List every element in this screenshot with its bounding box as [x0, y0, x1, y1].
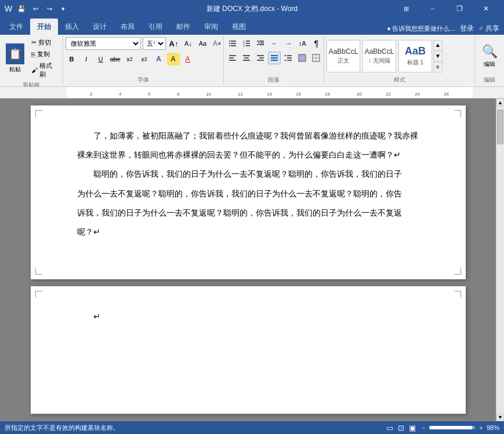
redo-button[interactable]: ↪ — [43, 3, 55, 14]
tab-design[interactable]: 设计 — [86, 19, 114, 35]
document-scroll-area[interactable]: 了，如薄雾，被初阳蒸融了；我留着些什么痕迹呢？我何曾留着像游丝样的痕迹呢？我赤裸… — [0, 99, 496, 421]
view-print-button[interactable]: ▭ — [386, 424, 393, 432]
restore-button[interactable]: ❐ — [446, 0, 473, 17]
svg-rect-24 — [257, 55, 264, 56]
copy-button[interactable]: ⎘ 复制 — [29, 49, 60, 60]
style-no-spacing[interactable]: AaBbCcL ↓ 无间隔 — [362, 40, 396, 72]
styles-scroll-up[interactable]: ▲ — [433, 40, 443, 50]
ruler: 2 4 6 8 10 12 14 16 18 20 22 24 26 — [0, 87, 504, 99]
borders-button[interactable] — [310, 52, 322, 64]
tab-layout[interactable]: 布局 — [114, 19, 142, 35]
page-2-content[interactable]: ↵ — [77, 309, 419, 324]
share-button[interactable]: ♂ 共享 — [478, 24, 499, 34]
scroll-down-button[interactable]: ▼ — [496, 413, 504, 421]
zoom-in-button[interactable]: ＋ — [478, 424, 484, 432]
close-button[interactable]: ✕ — [473, 0, 499, 17]
tab-home[interactable]: 开始 — [30, 19, 58, 35]
minimize-button[interactable]: － — [419, 0, 446, 17]
view-read-button[interactable]: ▣ — [409, 424, 416, 432]
zoom-level[interactable]: 98% — [487, 424, 499, 431]
line-spacing-button[interactable] — [282, 52, 295, 64]
svg-rect-27 — [271, 55, 278, 56]
status-message: 所指定的文字不是有效的构建基块名称。 — [5, 424, 119, 432]
styles-gallery: AaBbCcL 正文 AaBbCcL ↓ 无间隔 AaB 标题 1 — [327, 40, 432, 72]
font-color-button[interactable]: A — [182, 53, 194, 65]
style-normal[interactable]: AaBbCcL 正文 — [327, 40, 360, 72]
scroll-up-button[interactable]: ▲ — [496, 99, 504, 107]
styles-content: AaBbCcL 正文 AaBbCcL ↓ 无间隔 AaB 标题 1 ▲ ▼ ≡ — [327, 37, 472, 75]
svg-rect-32 — [287, 60, 292, 61]
svg-rect-22 — [244, 57, 249, 59]
zoom-out-button[interactable]: － — [420, 424, 427, 432]
scroll-thumb[interactable] — [497, 110, 503, 144]
bold-button[interactable]: B — [66, 53, 78, 65]
justify-button[interactable] — [268, 52, 281, 64]
cut-button[interactable]: ✂ 剪切 — [29, 37, 60, 48]
decrease-indent-button[interactable]: ← — [268, 37, 281, 50]
zoom-slider[interactable] — [429, 426, 476, 429]
highlight-button[interactable]: A — [167, 53, 180, 65]
shading-button[interactable] — [296, 52, 309, 64]
tab-file[interactable]: 文件 — [2, 19, 30, 35]
paste-button[interactable]: 📋 粘贴 — [2, 41, 28, 76]
format-painter-button[interactable]: 🖌 格式刷 — [29, 60, 60, 80]
tab-view[interactable]: 视图 — [225, 19, 253, 35]
decrease-font-button[interactable]: A↓ — [182, 37, 195, 50]
strikethrough-button[interactable]: abc — [109, 53, 122, 65]
style-heading1-name: 标题 1 — [407, 59, 423, 67]
show-marks-button[interactable]: ¶ — [310, 37, 322, 50]
svg-rect-7 — [246, 41, 250, 42]
view-web-button[interactable]: ⊡ — [398, 424, 404, 432]
paragraph-group: 1.2.3. ← → ↕A ¶ — [224, 36, 324, 85]
document-area: 了，如薄雾，被初阳蒸融了；我留着些什么痕迹呢？我何曾留着像游丝样的痕迹呢？我赤裸… — [0, 99, 504, 421]
clear-format-button[interactable]: A✕ — [211, 37, 224, 50]
save-button[interactable]: 💾 — [16, 3, 27, 14]
scroll-track[interactable] — [496, 107, 504, 413]
ruler-inner: 2 4 6 8 10 12 14 16 18 20 22 24 26 — [67, 87, 473, 98]
page-1-content[interactable]: 了，如薄雾，被初阳蒸融了；我留着些什么痕迹呢？我何曾留着像游丝样的痕迹呢？我赤裸… — [77, 129, 419, 239]
tab-references[interactable]: 引用 — [142, 19, 169, 35]
titlebar: W 💾 ↩ ↪ ▾ 新建 DOCX 文档.docx - Word ⊞ － ❐ ✕ — [0, 0, 504, 17]
increase-font-button[interactable]: A↑ — [168, 37, 180, 50]
text-effects-button[interactable]: A — [153, 53, 165, 65]
svg-rect-11 — [246, 45, 250, 46]
font-name-selector[interactable]: 微软雅黑 — [66, 37, 141, 50]
align-right-button[interactable] — [254, 52, 267, 64]
qa-more-button[interactable]: ▾ — [57, 3, 69, 14]
cut-label: 剪切 — [38, 38, 51, 47]
bullets-button[interactable] — [226, 37, 239, 50]
increase-indent-button[interactable]: → — [282, 37, 295, 50]
font-size-selector[interactable]: 五号 — [143, 37, 166, 50]
italic-button[interactable]: I — [80, 53, 93, 65]
para-row-2 — [226, 52, 322, 64]
align-left-button[interactable] — [226, 52, 239, 64]
change-case-button[interactable]: Aa — [197, 37, 209, 50]
sort-button[interactable]: ↕A — [296, 37, 309, 50]
multilevel-list-button[interactable] — [254, 37, 267, 50]
ribbon-tabs: 文件 开始 插入 设计 布局 引用 邮件 审阅 视图 ♦ 告诉我您想要做什么..… — [0, 17, 504, 35]
paragraph-label: 段落 — [226, 75, 321, 84]
tell-me-input[interactable]: ♦ 告诉我您想要做什么... — [387, 24, 455, 33]
find-button[interactable]: 🔍 编辑 — [478, 42, 501, 71]
style-heading1[interactable]: AaB 标题 1 — [398, 40, 432, 72]
center-button[interactable] — [240, 52, 253, 64]
superscript-button[interactable]: x2 — [138, 53, 151, 65]
window-icon-button[interactable]: ⊞ — [393, 0, 419, 17]
font-group: 微软雅黑 五号 A↑ A↓ Aa A✕ B I U abc x2 x2 A — [63, 36, 224, 85]
subscript-button[interactable]: x2 — [124, 53, 136, 65]
svg-rect-23 — [243, 60, 250, 61]
styles-scroll-down[interactable]: ▼ — [433, 51, 443, 61]
vertical-scrollbar[interactable]: ▲ ▼ — [496, 99, 504, 421]
tab-review[interactable]: 审阅 — [197, 19, 225, 35]
styles-expand[interactable]: ≡ — [433, 62, 443, 72]
titlebar-left: W 💾 ↩ ↪ ▾ — [5, 3, 69, 14]
tab-mailings[interactable]: 邮件 — [169, 19, 197, 35]
font-row-1: 微软雅黑 五号 A↑ A↓ Aa A✕ — [66, 37, 224, 50]
numbering-button[interactable]: 1.2.3. — [240, 37, 253, 50]
editing-group-label: 编辑 — [477, 75, 502, 84]
tab-insert[interactable]: 插入 — [58, 19, 86, 35]
undo-button[interactable]: ↩ — [30, 3, 41, 14]
login-button[interactable]: 登录 — [460, 24, 474, 34]
font-content: 微软雅黑 五号 A↑ A↓ Aa A✕ B I U abc x2 x2 A — [66, 37, 222, 75]
underline-button[interactable]: U — [95, 53, 107, 65]
